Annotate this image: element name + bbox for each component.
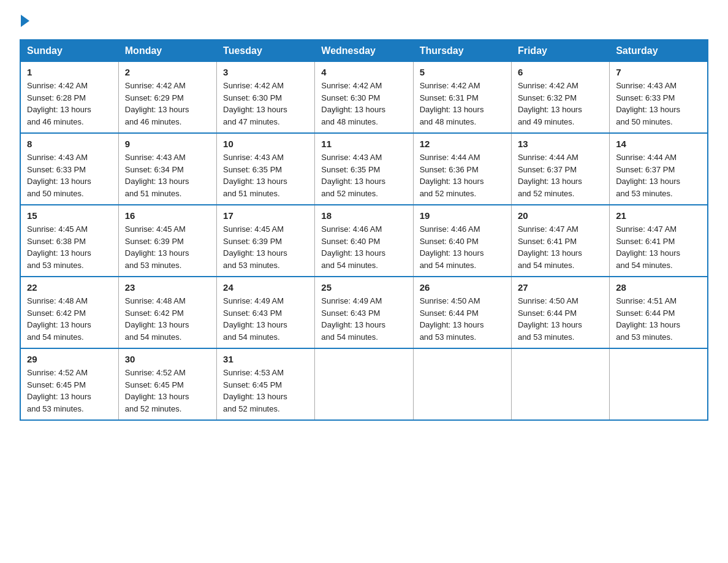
calendar-cell: 14 Sunrise: 4:44 AMSunset: 6:37 PMDaylig… <box>610 133 708 205</box>
logo-area <box>20 15 29 29</box>
calendar-cell: 13 Sunrise: 4:44 AMSunset: 6:37 PMDaylig… <box>511 133 609 205</box>
day-info: Sunrise: 4:46 AMSunset: 6:40 PMDaylight:… <box>420 223 505 271</box>
weekday-header-thursday: Thursday <box>413 40 511 62</box>
weekday-header-wednesday: Wednesday <box>315 40 413 62</box>
day-info: Sunrise: 4:49 AMSunset: 6:43 PMDaylight:… <box>223 295 308 343</box>
calendar-week-row: 15 Sunrise: 4:45 AMSunset: 6:38 PMDaylig… <box>20 205 708 277</box>
day-info: Sunrise: 4:51 AMSunset: 6:44 PMDaylight:… <box>616 295 701 343</box>
calendar-cell <box>315 348 413 420</box>
day-number: 15 <box>27 210 112 221</box>
day-info: Sunrise: 4:53 AMSunset: 6:45 PMDaylight:… <box>223 367 308 415</box>
calendar-cell: 19 Sunrise: 4:46 AMSunset: 6:40 PMDaylig… <box>413 205 511 277</box>
day-number: 22 <box>27 282 112 293</box>
calendar-week-row: 8 Sunrise: 4:43 AMSunset: 6:33 PMDayligh… <box>20 133 708 205</box>
calendar-cell: 9 Sunrise: 4:43 AMSunset: 6:34 PMDayligh… <box>118 133 216 205</box>
day-number: 2 <box>125 67 210 77</box>
day-number: 27 <box>518 282 603 293</box>
day-number: 16 <box>125 210 210 221</box>
calendar-cell: 4 Sunrise: 4:42 AMSunset: 6:30 PMDayligh… <box>315 62 413 134</box>
calendar-table: SundayMondayTuesdayWednesdayThursdayFrid… <box>20 39 708 421</box>
day-info: Sunrise: 4:43 AMSunset: 6:34 PMDaylight:… <box>125 151 210 199</box>
day-number: 21 <box>616 210 701 221</box>
calendar-cell: 10 Sunrise: 4:43 AMSunset: 6:35 PMDaylig… <box>217 133 315 205</box>
day-number: 30 <box>125 354 210 364</box>
calendar-cell: 12 Sunrise: 4:44 AMSunset: 6:36 PMDaylig… <box>413 133 511 205</box>
calendar-cell: 28 Sunrise: 4:51 AMSunset: 6:44 PMDaylig… <box>610 277 708 348</box>
day-number: 20 <box>518 210 603 221</box>
day-info: Sunrise: 4:42 AMSunset: 6:30 PMDaylight:… <box>321 80 406 128</box>
day-info: Sunrise: 4:42 AMSunset: 6:28 PMDaylight:… <box>27 80 112 128</box>
calendar-cell: 8 Sunrise: 4:43 AMSunset: 6:33 PMDayligh… <box>20 133 118 205</box>
day-number: 28 <box>616 282 701 293</box>
calendar-cell: 17 Sunrise: 4:45 AMSunset: 6:39 PMDaylig… <box>217 205 315 277</box>
day-info: Sunrise: 4:44 AMSunset: 6:36 PMDaylight:… <box>420 151 505 199</box>
day-info: Sunrise: 4:42 AMSunset: 6:31 PMDaylight:… <box>420 80 505 128</box>
day-info: Sunrise: 4:44 AMSunset: 6:37 PMDaylight:… <box>518 151 603 199</box>
calendar-week-row: 29 Sunrise: 4:52 AMSunset: 6:45 PMDaylig… <box>20 348 708 420</box>
weekday-header-saturday: Saturday <box>610 40 708 62</box>
calendar-cell <box>511 348 609 420</box>
weekday-header-friday: Friday <box>511 40 609 62</box>
calendar-cell: 5 Sunrise: 4:42 AMSunset: 6:31 PMDayligh… <box>413 62 511 134</box>
day-info: Sunrise: 4:43 AMSunset: 6:33 PMDaylight:… <box>27 151 112 199</box>
calendar-cell: 31 Sunrise: 4:53 AMSunset: 6:45 PMDaylig… <box>217 348 315 420</box>
day-info: Sunrise: 4:46 AMSunset: 6:40 PMDaylight:… <box>321 223 406 271</box>
calendar-cell: 1 Sunrise: 4:42 AMSunset: 6:28 PMDayligh… <box>20 62 118 134</box>
day-number: 3 <box>223 67 308 77</box>
day-info: Sunrise: 4:52 AMSunset: 6:45 PMDaylight:… <box>125 367 210 415</box>
calendar-cell: 18 Sunrise: 4:46 AMSunset: 6:40 PMDaylig… <box>315 205 413 277</box>
day-info: Sunrise: 4:52 AMSunset: 6:45 PMDaylight:… <box>27 367 112 415</box>
day-number: 13 <box>518 139 603 149</box>
day-info: Sunrise: 4:45 AMSunset: 6:38 PMDaylight:… <box>27 223 112 271</box>
day-number: 6 <box>518 67 603 77</box>
day-number: 25 <box>321 282 406 293</box>
calendar-cell: 21 Sunrise: 4:47 AMSunset: 6:41 PMDaylig… <box>610 205 708 277</box>
day-number: 10 <box>223 139 308 149</box>
logo <box>20 15 29 29</box>
calendar-week-row: 1 Sunrise: 4:42 AMSunset: 6:28 PMDayligh… <box>20 62 708 134</box>
calendar-cell: 30 Sunrise: 4:52 AMSunset: 6:45 PMDaylig… <box>118 348 216 420</box>
weekday-header-monday: Monday <box>118 40 216 62</box>
calendar-cell: 25 Sunrise: 4:49 AMSunset: 6:43 PMDaylig… <box>315 277 413 348</box>
day-number: 7 <box>616 67 701 77</box>
calendar-cell: 2 Sunrise: 4:42 AMSunset: 6:29 PMDayligh… <box>118 62 216 134</box>
calendar-cell: 26 Sunrise: 4:50 AMSunset: 6:44 PMDaylig… <box>413 277 511 348</box>
day-number: 8 <box>27 139 112 149</box>
calendar-cell: 15 Sunrise: 4:45 AMSunset: 6:38 PMDaylig… <box>20 205 118 277</box>
calendar-cell: 24 Sunrise: 4:49 AMSunset: 6:43 PMDaylig… <box>217 277 315 348</box>
day-info: Sunrise: 4:43 AMSunset: 6:33 PMDaylight:… <box>616 80 701 128</box>
calendar-cell: 27 Sunrise: 4:50 AMSunset: 6:44 PMDaylig… <box>511 277 609 348</box>
day-number: 4 <box>321 67 406 77</box>
day-info: Sunrise: 4:43 AMSunset: 6:35 PMDaylight:… <box>223 151 308 199</box>
day-info: Sunrise: 4:48 AMSunset: 6:42 PMDaylight:… <box>125 295 210 343</box>
calendar-cell: 23 Sunrise: 4:48 AMSunset: 6:42 PMDaylig… <box>118 277 216 348</box>
day-info: Sunrise: 4:50 AMSunset: 6:44 PMDaylight:… <box>420 295 505 343</box>
day-number: 1 <box>27 67 112 77</box>
day-info: Sunrise: 4:45 AMSunset: 6:39 PMDaylight:… <box>223 223 308 271</box>
day-info: Sunrise: 4:44 AMSunset: 6:37 PMDaylight:… <box>616 151 701 199</box>
day-number: 23 <box>125 282 210 293</box>
calendar-cell <box>610 348 708 420</box>
day-info: Sunrise: 4:43 AMSunset: 6:35 PMDaylight:… <box>321 151 406 199</box>
day-number: 12 <box>420 139 505 149</box>
calendar-cell: 11 Sunrise: 4:43 AMSunset: 6:35 PMDaylig… <box>315 133 413 205</box>
weekday-header-tuesday: Tuesday <box>217 40 315 62</box>
day-number: 26 <box>420 282 505 293</box>
day-number: 18 <box>321 210 406 221</box>
day-info: Sunrise: 4:50 AMSunset: 6:44 PMDaylight:… <box>518 295 603 343</box>
day-number: 19 <box>420 210 505 221</box>
day-number: 14 <box>616 139 701 149</box>
day-number: 24 <box>223 282 308 293</box>
day-info: Sunrise: 4:42 AMSunset: 6:32 PMDaylight:… <box>518 80 603 128</box>
day-number: 9 <box>125 139 210 149</box>
day-info: Sunrise: 4:47 AMSunset: 6:41 PMDaylight:… <box>616 223 701 271</box>
calendar-cell: 7 Sunrise: 4:43 AMSunset: 6:33 PMDayligh… <box>610 62 708 134</box>
calendar-cell: 22 Sunrise: 4:48 AMSunset: 6:42 PMDaylig… <box>20 277 118 348</box>
day-info: Sunrise: 4:48 AMSunset: 6:42 PMDaylight:… <box>27 295 112 343</box>
calendar-cell: 6 Sunrise: 4:42 AMSunset: 6:32 PMDayligh… <box>511 62 609 134</box>
calendar-cell: 3 Sunrise: 4:42 AMSunset: 6:30 PMDayligh… <box>217 62 315 134</box>
day-number: 31 <box>223 354 308 364</box>
day-number: 29 <box>27 354 112 364</box>
calendar-cell: 29 Sunrise: 4:52 AMSunset: 6:45 PMDaylig… <box>20 348 118 420</box>
day-number: 5 <box>420 67 505 77</box>
